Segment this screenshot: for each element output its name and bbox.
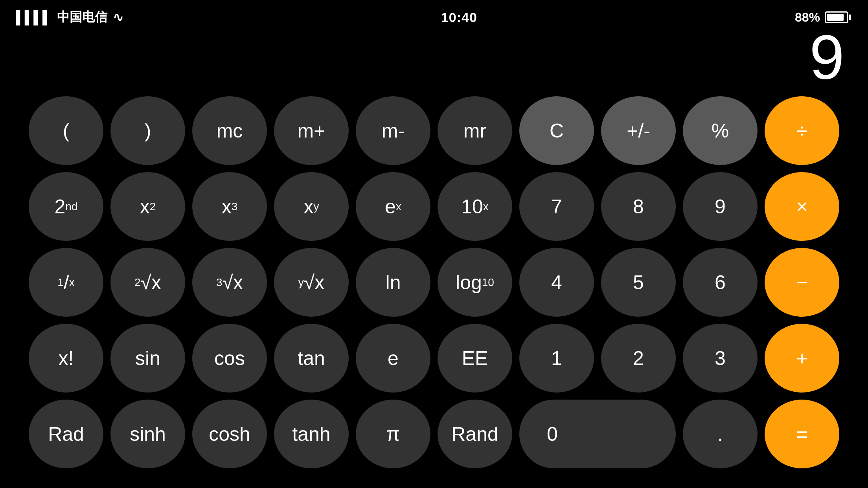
ee-button[interactable]: EE bbox=[438, 324, 512, 393]
add-button[interactable]: + bbox=[765, 324, 839, 393]
percent-button[interactable]: % bbox=[683, 96, 758, 165]
one-over-x-button[interactable]: 1/x bbox=[29, 248, 103, 317]
multiply-button[interactable]: × bbox=[765, 172, 839, 241]
five-button[interactable]: 5 bbox=[601, 248, 676, 317]
row-3: x!sincostaneEE123+ bbox=[8, 324, 860, 393]
mr-button[interactable]: mr bbox=[438, 96, 512, 165]
log10-button[interactable]: log10 bbox=[438, 248, 512, 317]
two-button[interactable]: 2 bbox=[601, 324, 676, 393]
tan-button[interactable]: tan bbox=[274, 324, 349, 393]
display-value: 9 bbox=[809, 26, 844, 88]
clear-button[interactable]: C bbox=[519, 96, 594, 165]
calculator-grid: ()mcm+m-mrC+/-%÷2ndx2x3xyex10x789×1/x2√x… bbox=[0, 96, 868, 476]
x-to-y-button[interactable]: xy bbox=[274, 172, 349, 241]
rad-button[interactable]: Rad bbox=[29, 400, 103, 468]
calculator-display: 9 bbox=[0, 28, 868, 96]
seven-button[interactable]: 7 bbox=[519, 172, 594, 241]
row-4: RadsinhcoshtanhπRand0.= bbox=[8, 400, 860, 468]
pi-button[interactable]: π bbox=[356, 400, 430, 468]
factorial-button[interactable]: x! bbox=[29, 324, 103, 393]
decimal-button[interactable]: . bbox=[683, 400, 758, 468]
y-root-x-button[interactable]: y√x bbox=[274, 248, 349, 317]
battery-icon bbox=[825, 11, 848, 23]
equals-button[interactable]: = bbox=[765, 400, 839, 468]
tanh-button[interactable]: tanh bbox=[274, 400, 349, 468]
plus-minus-button[interactable]: +/- bbox=[601, 96, 676, 165]
second-button[interactable]: 2nd bbox=[29, 172, 103, 241]
divide-button[interactable]: ÷ bbox=[765, 96, 839, 165]
wifi-icon: ∿ bbox=[113, 10, 123, 25]
eight-button[interactable]: 8 bbox=[601, 172, 676, 241]
cos-button[interactable]: cos bbox=[192, 324, 267, 393]
four-button[interactable]: 4 bbox=[519, 248, 594, 317]
open-paren-button[interactable]: ( bbox=[29, 96, 103, 165]
nine-button[interactable]: 9 bbox=[683, 172, 758, 241]
carrier-label: 中国电信 bbox=[57, 9, 107, 26]
row-0: ()mcm+m-mrC+/-%÷ bbox=[8, 96, 860, 165]
zero-button[interactable]: 0 bbox=[519, 400, 676, 468]
m-minus-button[interactable]: m- bbox=[356, 96, 430, 165]
sqrt-x-button[interactable]: 2√x bbox=[110, 248, 185, 317]
x-squared-button[interactable]: x2 bbox=[110, 172, 185, 241]
close-paren-button[interactable]: ) bbox=[110, 96, 185, 165]
row-1: 2ndx2x3xyex10x789× bbox=[8, 172, 860, 241]
x-cubed-button[interactable]: x3 bbox=[192, 172, 267, 241]
one-button[interactable]: 1 bbox=[519, 324, 594, 393]
six-button[interactable]: 6 bbox=[683, 248, 758, 317]
three-button[interactable]: 3 bbox=[683, 324, 758, 393]
euler-e-button[interactable]: e bbox=[356, 324, 430, 393]
cube-root-x-button[interactable]: 3√x bbox=[192, 248, 267, 317]
sinh-button[interactable]: sinh bbox=[110, 400, 185, 468]
m-plus-button[interactable]: m+ bbox=[274, 96, 349, 165]
status-left: ▌▌▌▌ 中国电信 ∿ bbox=[16, 9, 123, 26]
rand-button[interactable]: Rand bbox=[438, 400, 512, 468]
status-bar: ▌▌▌▌ 中国电信 ∿ 10:40 88% bbox=[0, 0, 868, 28]
subtract-button[interactable]: − bbox=[765, 248, 839, 317]
ten-to-x-button[interactable]: 10x bbox=[438, 172, 512, 241]
ln-button[interactable]: ln bbox=[356, 248, 430, 317]
cosh-button[interactable]: cosh bbox=[192, 400, 267, 468]
row-2: 1/x2√x3√xy√xlnlog10456− bbox=[8, 248, 860, 317]
time-label: 10:40 bbox=[441, 10, 477, 25]
e-to-x-button[interactable]: ex bbox=[356, 172, 430, 241]
signal-icon: ▌▌▌▌ bbox=[16, 10, 51, 25]
sin-button[interactable]: sin bbox=[110, 324, 185, 393]
mc-button[interactable]: mc bbox=[192, 96, 267, 165]
